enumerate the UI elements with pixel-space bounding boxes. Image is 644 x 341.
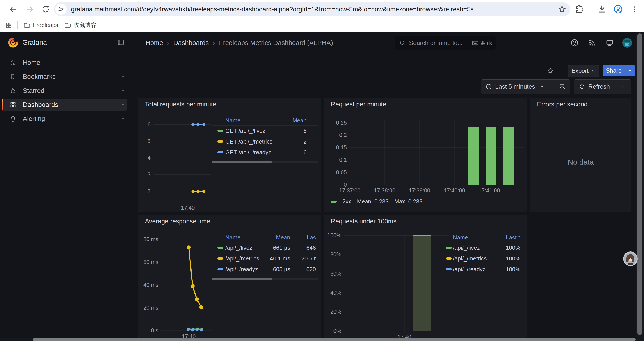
series-swatch <box>218 257 223 260</box>
bookmark-star-button[interactable] <box>558 5 566 14</box>
breadcrumb-home[interactable]: Home <box>146 39 163 47</box>
series-name[interactable]: 2xx <box>342 198 351 205</box>
legend-row[interactable]: /api/_/readyz 605 µs 620 <box>212 264 318 274</box>
favorite-dashboard-button[interactable] <box>546 65 555 76</box>
legend-row[interactable]: /api/_/metrics 40.1 ms 20.5 r <box>212 253 318 264</box>
series-name[interactable]: /api/_/metrics <box>225 253 259 264</box>
series-name[interactable]: /api/_/readyz <box>225 264 258 274</box>
download-button[interactable] <box>597 4 607 15</box>
legend-row[interactable]: GET /api/_/metrics 2 <box>212 136 318 147</box>
time-range-group: Last 5 minutes <box>481 80 570 94</box>
refresh-interval-button[interactable] <box>616 80 631 94</box>
chevron-down-icon[interactable] <box>120 74 126 80</box>
legend-header-mean[interactable]: Mean <box>276 233 290 242</box>
x-axis-tick-label: 17:41:00 <box>470 187 509 194</box>
legend-row[interactable]: 2xx Mean: 0.233 Max: 0.233 <box>331 198 422 205</box>
breadcrumb-current: Freeleaps Metrics Dashboard (ALPHA) <box>219 39 333 47</box>
horizontal-scrollbar-thumb[interactable] <box>33 338 636 341</box>
series-name[interactable]: GET /api/_/metrics <box>225 136 272 147</box>
legend-scrollbar-thumb[interactable] <box>212 278 272 280</box>
legend-row[interactable]: /api/_/livez 661 µs 646 <box>212 242 318 253</box>
panel-average-response-time: Average response time 80 ms60 ms40 ms20 … <box>138 215 321 338</box>
legend-row[interactable]: /api/_/livez 100% <box>445 242 524 253</box>
x-axis-tick-label: 17:39:00 <box>400 187 439 194</box>
y-axis-tick-label: 0.15 <box>324 144 347 151</box>
y-axis-tick-label: 100% <box>324 232 341 238</box>
legend-header-last[interactable]: Last * <box>506 233 520 242</box>
sidebar-item-home[interactable]: Home <box>0 56 131 70</box>
zoom-out-time-button[interactable] <box>555 80 570 94</box>
series-name[interactable]: GET /api/_/livez <box>225 126 266 136</box>
extensions-button[interactable] <box>574 4 584 15</box>
series-name[interactable]: /api/_/livez <box>225 242 252 253</box>
sidebar-item-bookmarks[interactable]: Bookmarks <box>0 70 131 84</box>
sidebar-item-alerting[interactable]: Alerting <box>0 112 131 126</box>
chevron-down-icon[interactable] <box>120 102 126 108</box>
bookmark-folder-blogs[interactable]: 收藏博客 <box>64 21 96 29</box>
bookmark-folder-freeleaps[interactable]: Freeleaps <box>23 22 58 29</box>
url-bar[interactable]: grafana.mathmast.com/d/deytv4rwavabkb/fr… <box>54 3 570 16</box>
sidebar-item-dashboards[interactable]: Dashboards <box>0 98 131 112</box>
requests-under-100ms-plot[interactable] <box>344 235 449 331</box>
refresh-group: Refresh <box>574 80 631 94</box>
breadcrumb: Home › Dashboards › Freeleaps Metrics Da… <box>146 37 333 49</box>
request-per-minute-plot[interactable] <box>350 119 524 185</box>
extensions-puzzle-icon <box>575 5 584 14</box>
legend-header-name[interactable]: Name <box>225 116 240 125</box>
share-button[interactable]: Share <box>603 65 625 76</box>
sidebar-item-starred[interactable]: Starred <box>0 84 131 98</box>
series-name[interactable]: GET /api/_/readyz <box>225 147 271 158</box>
series-name[interactable]: /api/_/metrics <box>453 253 487 264</box>
legend-scrollbar[interactable] <box>212 278 318 280</box>
legend-header-name[interactable]: Name <box>453 233 468 242</box>
search-input[interactable]: Search or jump to... ⌘+k <box>395 36 496 50</box>
active-item-background <box>2 99 127 111</box>
refresh-button[interactable]: Refresh <box>574 80 616 94</box>
legend-row[interactable]: GET /api/_/livez 6 <box>212 125 318 136</box>
series-name[interactable]: /api/_/livez <box>453 242 480 253</box>
toolbar-separator <box>591 5 592 13</box>
breadcrumb-dashboards[interactable]: Dashboards <box>174 39 209 47</box>
panel-title[interactable]: Errors per second <box>537 101 588 108</box>
display-button[interactable] <box>605 38 614 48</box>
news-button[interactable] <box>587 38 597 48</box>
legend-scrollbar-thumb[interactable] <box>212 161 272 163</box>
assistant-avatar-widget[interactable] <box>623 251 638 266</box>
y-axis-tick-label: 6 <box>138 121 150 128</box>
legend-header-last[interactable]: Las <box>307 233 316 242</box>
chevron-down-icon[interactable] <box>120 88 126 94</box>
chevron-down-icon[interactable] <box>120 116 126 122</box>
profile-button[interactable] <box>613 4 624 15</box>
sidebar-toggle-button[interactable] <box>117 39 126 47</box>
series-mean: 661 µs <box>273 242 290 253</box>
user-avatar[interactable] <box>622 38 632 48</box>
series-name[interactable]: /api/_/readyz <box>453 264 486 274</box>
reload-button[interactable] <box>40 4 51 15</box>
keyboard-icon <box>472 40 478 46</box>
legend-header-mean[interactable]: Mean <box>292 116 307 125</box>
legend-scrollbar[interactable] <box>212 161 318 163</box>
average-response-time-plot[interactable] <box>161 236 211 331</box>
bookmark-icon <box>10 73 16 80</box>
export-button[interactable]: Export <box>568 65 599 77</box>
legend-header-name[interactable]: Name <box>225 233 240 242</box>
back-button[interactable] <box>8 4 18 15</box>
forward-button[interactable] <box>24 4 35 15</box>
browser-menu-button[interactable] <box>630 4 640 15</box>
time-range-button[interactable]: Last 5 minutes <box>481 80 554 94</box>
help-button[interactable] <box>570 38 579 48</box>
site-settings-button[interactable] <box>55 4 67 15</box>
legend-row[interactable]: GET /api/_/readyz 6 <box>212 147 318 158</box>
total-requests-per-minute-plot[interactable] <box>154 119 211 202</box>
legend-row[interactable]: /api/_/readyz 100% <box>445 264 524 275</box>
vertical-scrollbar-thumb[interactable] <box>638 33 642 335</box>
legend-row[interactable]: /api/_/metrics 100% <box>445 253 524 264</box>
url-text[interactable]: grafana.mathmast.com/d/deytv4rwavabkb/fr… <box>71 6 474 13</box>
share-dropdown-button[interactable] <box>625 65 635 76</box>
series-last: 100% <box>506 242 520 253</box>
grafana-logo[interactable] <box>8 37 18 48</box>
refresh-sync-icon <box>579 83 585 90</box>
apps-button[interactable] <box>5 22 12 29</box>
bell-icon <box>10 115 16 122</box>
folder-icon <box>64 22 71 29</box>
